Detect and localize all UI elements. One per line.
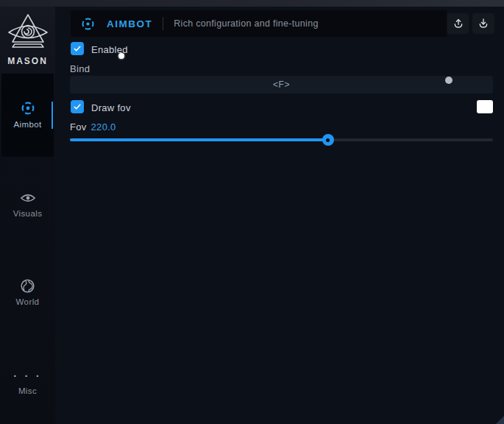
fov-value: 220.0 <box>91 121 116 132</box>
page-subtitle: Rich configuration and fine-tuning <box>174 18 318 29</box>
bind-value: <F> <box>273 80 290 90</box>
fov-slider[interactable] <box>70 138 493 141</box>
enabled-label: Enabled <box>91 44 128 55</box>
brand-name: MASON <box>0 56 55 66</box>
section-header: AIMBOT Rich configuration and fine-tunin… <box>71 10 447 37</box>
ellipsis-icon: · · · <box>13 373 41 379</box>
bind-input[interactable]: <F> <box>70 76 493 93</box>
sidebar-item-aimbot[interactable]: Aimbot <box>1 100 54 129</box>
crosshair-icon <box>80 16 96 32</box>
sidebar-item-label: Aimbot <box>1 120 54 129</box>
draw-fov-checkbox[interactable] <box>71 100 84 113</box>
export-config-button[interactable] <box>447 13 469 34</box>
corner-accent <box>496 416 504 424</box>
sidebar-item-label: World <box>0 297 55 306</box>
sidebar-item-misc[interactable]: · · · Misc <box>0 370 55 395</box>
sidebar-item-visuals[interactable]: Visuals <box>0 191 55 218</box>
bind-label: Bind <box>70 63 90 74</box>
check-icon <box>73 44 82 53</box>
sidebar-item-world[interactable]: World <box>0 278 55 306</box>
app-logo: MASON <box>0 13 55 66</box>
draw-fov-label: Draw fov <box>91 102 131 113</box>
sidebar-item-label: Visuals <box>0 209 55 218</box>
fov-slider-fill <box>70 138 328 141</box>
eye-icon <box>20 191 36 205</box>
header-divider <box>163 17 163 30</box>
crosshair-icon <box>20 100 36 116</box>
sidebar: MASON Aimbot Visuals World <box>0 7 55 424</box>
check-icon <box>73 102 82 111</box>
globe-icon <box>20 278 35 294</box>
app-window: MASON Aimbot Visuals World <box>0 0 504 424</box>
fov-slider-thumb[interactable] <box>322 134 334 146</box>
enabled-checkbox[interactable] <box>71 42 84 55</box>
fov-value-row: Fov220.0 <box>70 121 116 132</box>
fov-color-swatch[interactable] <box>477 100 493 113</box>
title-bar <box>0 0 504 7</box>
page-title: AIMBOT <box>107 18 152 29</box>
upload-icon <box>452 18 464 29</box>
download-icon <box>478 18 489 29</box>
fov-label: Fov <box>70 121 87 132</box>
import-config-button[interactable] <box>472 13 494 34</box>
pyramid-eye-icon <box>7 13 49 54</box>
sidebar-item-label: Misc <box>0 386 55 395</box>
